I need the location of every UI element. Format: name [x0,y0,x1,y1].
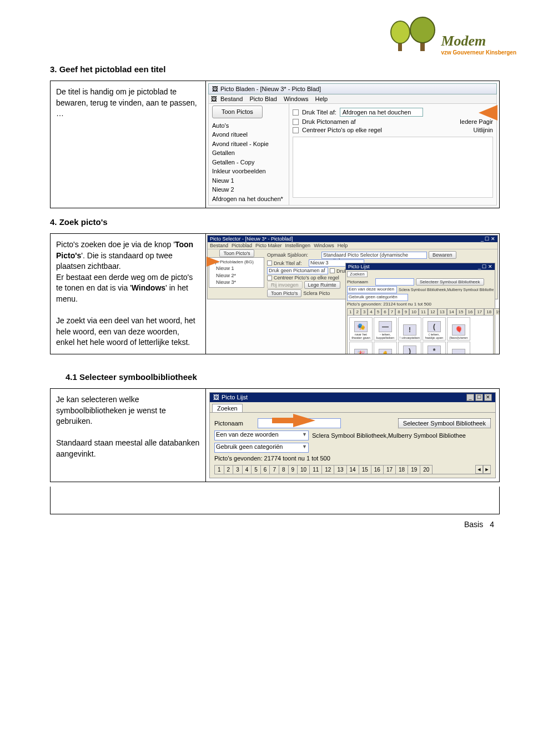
side-item[interactable]: Afdrogen na het douchen* [212,194,285,204]
page-tab[interactable]: 12 [428,308,438,315]
select-sjabloon[interactable]: Standaard Picto Selector (dynamische gro… [321,252,427,259]
page-tab[interactable]: 7 [389,308,395,315]
picto-item[interactable]: )) teken, haakjesluiten [398,342,421,354]
page-tab[interactable]: 18 [395,465,408,474]
checkbox[interactable] [267,276,272,281]
page-tab[interactable]: 4 [368,308,374,315]
page-tab[interactable]: 16 [371,465,384,474]
picto-item[interactable]: ✋(op)scheppen [374,342,397,354]
page-tab[interactable]: 1 [347,308,354,315]
page-tab[interactable]: 6 [381,308,388,315]
menu-windows[interactable]: Windows [284,96,309,102]
tab-zoeken[interactable]: Zoeken [212,404,243,412]
page-tab[interactable]: 15 [359,465,371,474]
page-tab[interactable]: 11 [419,308,428,315]
maximize-icon[interactable]: ☐ [475,394,483,401]
select-categorie[interactable]: Gebruik geen categoriën [214,443,309,453]
menu-help[interactable]: Help [315,96,328,102]
page-tab[interactable]: 18 [484,308,494,315]
menu-item[interactable]: Bestand [210,243,228,248]
page-tab[interactable]: 13 [438,308,447,315]
menu-item[interactable]: Help [338,243,348,248]
select-zoekmodus[interactable]: Een van deze woorden [347,286,397,293]
checkbox[interactable] [330,268,335,273]
picto-item[interactable]: !! uitroepteken [398,317,421,341]
side-item[interactable]: Nieuw 1 [212,176,285,186]
checkbox-pictonamen[interactable] [293,119,299,125]
page-tab[interactable]: 16 [466,308,475,315]
bewaren-button[interactable]: Bewaren [429,251,456,259]
side-item[interactable]: Getallen [212,148,285,158]
picto-item[interactable]: (( teken, haakje open [423,317,446,341]
lege-ruimte-button[interactable]: Lege Ruimte [304,281,340,289]
side-item[interactable]: Inkleur voorbeelden [212,167,285,176]
menu-item[interactable]: Picto Maker [255,243,282,248]
menu-item[interactable]: Pictoblad [232,243,252,248]
tree-item[interactable]: Nieuw 2* [216,272,263,279]
page-tab[interactable]: 20 [420,465,433,474]
select-zoekmodus[interactable]: Een van deze woorden [214,430,309,440]
picto-item[interactable]: ** teken, sterretje [423,342,446,354]
selecteer-bibliotheek-button[interactable]: Selecteer Symbool Bibliotheek [398,418,491,428]
side-item[interactable]: Avond ritueel [212,130,285,139]
page-tab[interactable]: 19 [494,308,499,315]
title-input[interactable]: Afdrogen na het douchen [340,108,423,117]
toon-pictos-button[interactable]: Toon Picto's [267,289,301,297]
page-tab[interactable]: 4 [242,465,252,474]
toon-pictos-button[interactable]: Toon Pictos [212,106,263,118]
picto-item[interactable]: 🎉(feest)vieren [349,342,373,354]
page-tab[interactable]: 15 [456,308,466,315]
page-tab[interactable]: 10 [297,465,310,474]
side-item[interactable]: Auto's [212,121,285,131]
scroll-left-icon[interactable]: ◄ [475,465,483,474]
side-item[interactable]: Avond ritueel - Kopie [212,139,285,149]
page-tab[interactable]: 17 [383,465,396,474]
page-tab[interactable]: 2 [354,308,360,315]
select-categorie[interactable]: Gebruik geen categoriën [347,294,408,301]
page-tab[interactable]: 11 [309,465,322,474]
tree-item[interactable]: Nieuw 3* [216,279,263,286]
page-tab[interactable]: 9 [288,465,298,474]
tree-item[interactable]: Nieuw 1 [216,265,263,272]
page-tab[interactable]: 17 [475,308,484,315]
picto-item[interactable]: —- teken, koppelteken [374,317,397,341]
minimize-icon[interactable]: _ [466,394,474,401]
page-tab[interactable]: 14 [346,465,359,474]
page-tab[interactable]: 5 [251,465,261,474]
menu-bestand[interactable]: Bestand [220,96,243,102]
selecteer-bibliotheek-button[interactable]: Selecteer Symbool Bibliotheek [416,278,484,286]
page-tab[interactable]: 3 [361,308,368,315]
menu-item[interactable]: Windows [314,243,334,248]
side-item[interactable]: Getallen - Copy [212,158,285,167]
page-tab[interactable]: 3 [233,465,243,474]
tab-zoeken[interactable]: Zoeken [347,271,368,277]
checkbox-centreer[interactable] [293,127,299,133]
rij-invoegen-button[interactable]: Rij invoegen [267,281,303,289]
page-tab[interactable]: 13 [334,465,346,474]
checkbox[interactable] [267,261,272,266]
checkbox-druk-titel[interactable] [293,109,299,116]
page-tab[interactable]: 7 [269,465,279,474]
page-tab[interactable]: 12 [321,465,334,474]
page-tab[interactable]: 2 [224,465,234,474]
page-tab[interactable]: 1 [214,465,224,474]
select[interactable]: Druk geen Pictonamen af [267,267,328,274]
page-tab[interactable]: 19 [408,465,420,474]
picto-item[interactable]: 🎭naar het theater gaan [349,317,373,341]
page-tab[interactable]: 14 [447,308,456,315]
page-tab[interactable]: 5 [375,308,381,315]
scroll-right-icon[interactable]: ► [483,465,491,474]
page-tab[interactable]: 9 [403,308,409,315]
pictonaam-input[interactable] [375,278,414,286]
close-icon[interactable]: ✕ [484,394,492,401]
picto-item[interactable]: 🎈(feest)vieren [447,317,470,341]
menu-pictoblad[interactable]: Picto Blad [249,96,277,102]
page-tab[interactable]: 8 [279,465,289,474]
page-tab[interactable]: 8 [395,308,402,315]
toon-pictos-button[interactable]: Toon Picto's [219,249,254,257]
menu-item[interactable]: Instellingen [285,243,311,248]
side-item[interactable]: Nieuw 2 [212,185,285,194]
page-tab[interactable]: 6 [260,465,270,474]
picto-item[interactable]: .. teken, punt [447,342,470,354]
page-tab[interactable]: 10 [409,308,419,315]
